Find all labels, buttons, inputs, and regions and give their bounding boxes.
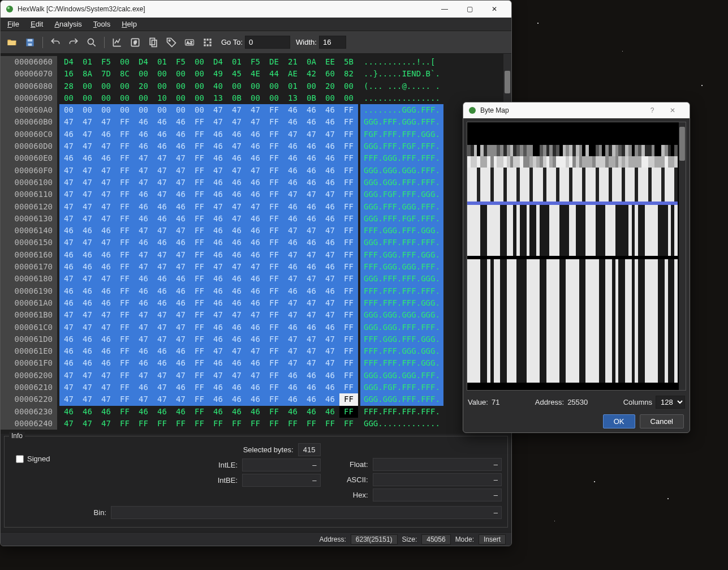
- hex-byte[interactable]: 47: [302, 333, 321, 345]
- hex-byte[interactable]: F5: [246, 56, 265, 68]
- hex-byte[interactable]: 46: [59, 357, 78, 369]
- hex-byte[interactable]: 00: [339, 92, 358, 104]
- hex-byte[interactable]: FF: [265, 370, 283, 382]
- hex-byte[interactable]: 47: [59, 370, 78, 382]
- hex-row[interactable]: 000060C0464746FF464646FF464646FF474747FF…: [1, 128, 503, 140]
- hex-row[interactable]: 00006180474747FF464646FF464646FF474747FF…: [1, 273, 503, 285]
- hex-byte[interactable]: 47: [321, 309, 339, 321]
- hex-byte[interactable]: 46: [171, 140, 190, 152]
- hex-byte[interactable]: 0B: [227, 92, 246, 104]
- hex-byte[interactable]: FF: [115, 297, 134, 309]
- hex-byte[interactable]: 0B: [302, 92, 321, 104]
- hex-byte[interactable]: 47: [59, 140, 78, 152]
- hex-byte[interactable]: 00: [115, 80, 134, 92]
- hex-byte[interactable]: 00: [171, 104, 190, 116]
- hex-byte[interactable]: 46: [171, 273, 190, 285]
- hex-byte[interactable]: 46: [134, 382, 153, 393]
- hex-byte[interactable]: 47: [78, 237, 97, 248]
- hex-byte[interactable]: 16: [59, 68, 78, 80]
- hex-byte[interactable]: FF: [265, 225, 283, 237]
- hex-byte[interactable]: 46: [97, 345, 115, 357]
- hex-byte[interactable]: 47: [59, 188, 78, 200]
- hex-byte[interactable]: FF: [190, 225, 209, 237]
- hex-byte[interactable]: 46: [283, 165, 302, 177]
- hex-byte[interactable]: 46: [134, 128, 153, 140]
- hex-byte[interactable]: 82: [339, 68, 358, 80]
- hex-byte[interactable]: FF: [339, 249, 358, 261]
- hex-byte[interactable]: FF: [115, 188, 134, 200]
- hex-byte[interactable]: 46: [97, 297, 115, 309]
- hex-byte[interactable]: FF: [190, 261, 209, 273]
- hex-byte[interactable]: 46: [209, 128, 227, 140]
- hex-byte[interactable]: 46: [246, 140, 265, 152]
- hex-byte[interactable]: 47: [246, 261, 265, 273]
- hex-row[interactable]: 00006150474747FF464646FF464646FF464646FF…: [1, 237, 503, 248]
- hex-byte[interactable]: 46: [153, 128, 171, 140]
- ascii-cell[interactable]: (... ...@..... .: [360, 80, 443, 92]
- hex-byte[interactable]: 46: [134, 406, 153, 418]
- hex-byte[interactable]: 46: [97, 249, 115, 261]
- hex-byte[interactable]: 46: [283, 382, 302, 393]
- hex-byte[interactable]: 0A: [302, 56, 321, 68]
- hex-byte[interactable]: 47: [321, 249, 339, 261]
- hex-byte[interactable]: 47: [246, 309, 265, 321]
- hex-byte[interactable]: 46: [321, 140, 339, 152]
- ascii-cell[interactable]: FFF.GGG.FFF.GGG.: [360, 249, 443, 261]
- hex-byte[interactable]: 46: [209, 225, 227, 237]
- hex-byte[interactable]: D4: [209, 56, 227, 68]
- hex-byte[interactable]: 46: [153, 201, 171, 213]
- hex-byte[interactable]: 46: [321, 165, 339, 177]
- ascii-cell[interactable]: FGF.FFF.FFF.GGG.: [360, 128, 443, 140]
- hex-byte[interactable]: 47: [78, 177, 97, 188]
- hex-byte[interactable]: FF: [339, 273, 358, 285]
- hex-byte[interactable]: 47: [283, 188, 302, 200]
- hex-byte[interactable]: 47: [209, 370, 227, 382]
- hex-byte[interactable]: FF: [321, 418, 339, 430]
- hex-byte[interactable]: 46: [59, 152, 78, 164]
- hex-byte[interactable]: 47: [97, 382, 115, 393]
- ascii-cell[interactable]: GGG.GGG.GGG.FFF.: [360, 370, 443, 382]
- hex-byte[interactable]: 46: [209, 249, 227, 261]
- hex-byte[interactable]: 47: [171, 370, 190, 382]
- menu-analysis[interactable]: Analysis: [51, 19, 85, 29]
- hex-byte[interactable]: 46: [134, 188, 153, 200]
- hex-byte[interactable]: 46: [209, 357, 227, 369]
- hex-byte[interactable]: FF: [265, 152, 283, 164]
- hex-byte[interactable]: FF: [115, 140, 134, 152]
- signed-checkbox[interactable]: [16, 455, 24, 463]
- hex-byte[interactable]: 46: [227, 225, 246, 237]
- hex-byte[interactable]: 47: [153, 370, 171, 382]
- hex-byte[interactable]: FF: [190, 116, 209, 128]
- hex-byte[interactable]: 46: [302, 285, 321, 297]
- hex-byte[interactable]: 28: [59, 80, 78, 92]
- hex-byte[interactable]: 47: [97, 188, 115, 200]
- hex-byte[interactable]: FF: [209, 418, 227, 430]
- hex-byte[interactable]: 47: [78, 370, 97, 382]
- hex-byte[interactable]: 47: [283, 273, 302, 285]
- hex-byte[interactable]: 46: [209, 188, 227, 200]
- hex-byte[interactable]: 46: [171, 188, 190, 200]
- hex-byte[interactable]: 47: [171, 322, 190, 333]
- hex-byte[interactable]: 46: [134, 297, 153, 309]
- hex-byte[interactable]: 47: [97, 322, 115, 333]
- hex-byte[interactable]: 46: [302, 237, 321, 248]
- hex-byte[interactable]: 46: [283, 177, 302, 188]
- hex-byte[interactable]: FF: [265, 128, 283, 140]
- hex-byte[interactable]: FF: [265, 345, 283, 357]
- hex-byte[interactable]: 45: [227, 68, 246, 80]
- hex-byte[interactable]: 47: [59, 382, 78, 393]
- hex-byte[interactable]: 47: [153, 188, 171, 200]
- hex-row[interactable]: 000060B0474747FF464646FF474747FF464646FF…: [1, 116, 503, 128]
- hex-byte[interactable]: FF: [190, 188, 209, 200]
- hex-byte[interactable]: 46: [59, 261, 78, 273]
- hex-byte[interactable]: 40: [209, 80, 227, 92]
- hex-row[interactable]: 00006200474747FF474747FF474747FF464646FF…: [1, 370, 503, 382]
- hex-byte[interactable]: 46: [97, 261, 115, 273]
- hex-byte[interactable]: FF: [190, 237, 209, 248]
- hex-byte[interactable]: 46: [209, 406, 227, 418]
- hex-byte[interactable]: 46: [246, 213, 265, 225]
- hex-byte[interactable]: 47: [246, 370, 265, 382]
- hex-byte[interactable]: 46: [153, 140, 171, 152]
- hex-byte[interactable]: 47: [153, 309, 171, 321]
- tags-button[interactable]: [163, 35, 179, 50]
